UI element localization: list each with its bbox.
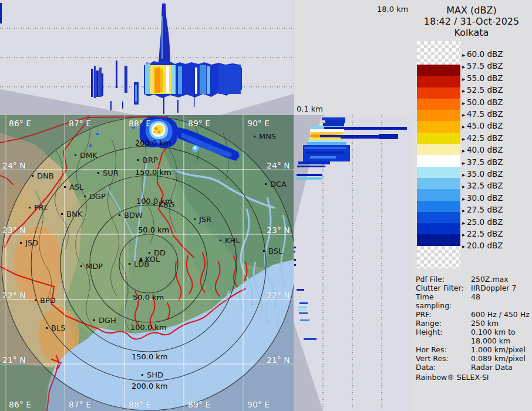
- longitude-label: 88° E: [129, 400, 151, 409]
- dbz-level-label: ▸27.5 dBZ: [462, 205, 503, 214]
- dbz-level-label: ▸50.0 dBZ: [462, 97, 503, 107]
- scale-block: [417, 223, 460, 234]
- range-ring-label: 100.0 km: [130, 323, 167, 332]
- level-text: 27.5 dBZ: [467, 205, 503, 214]
- latitude-label: 21° N: [2, 355, 26, 365]
- city-label: DGH: [99, 316, 116, 325]
- height-max-label: 18.0 km: [377, 5, 408, 14]
- metadata-value: Radar Data: [471, 363, 513, 372]
- dbz-level-label: ▸25.0 dBZ: [462, 217, 503, 227]
- metadata-row: Height:0.100 km to 18.000 km: [416, 328, 531, 345]
- metadata-value: 48: [471, 292, 480, 310]
- city-label: PRL: [34, 203, 48, 212]
- city-label: BPD: [40, 296, 56, 305]
- scale-block: [417, 234, 460, 245]
- city-dot-icon: [84, 196, 86, 197]
- legend-header: MAX (dBZ) 18:42 / 31-Oct-2025 Kolkata: [411, 5, 532, 38]
- metadata-row: Data:Radar Data: [416, 363, 531, 372]
- level-arrow-icon: ▸: [462, 63, 465, 70]
- height-min-label: 0.1 km: [297, 105, 323, 113]
- city-dot-icon: [119, 214, 120, 216]
- city-label: DCA: [270, 180, 287, 188]
- level-text: 22.5 dBZ: [467, 229, 503, 238]
- level-text: 32.5 dBZ: [467, 181, 503, 190]
- city-label: DMK: [80, 151, 97, 160]
- city-label: KRG: [159, 200, 175, 209]
- city-dot-icon: [75, 154, 76, 156]
- longitude-label: 89° E: [188, 400, 210, 409]
- level-text: 40.0 dBZ: [467, 145, 503, 154]
- color-scale: [417, 41, 460, 268]
- metadata-label: Pdf File:: [416, 275, 471, 284]
- side-cross-section-graphic: [294, 115, 411, 411]
- latitude-label: 22° N: [2, 291, 26, 300]
- city-label: JSR: [199, 215, 211, 224]
- city-dot-icon: [35, 299, 36, 301]
- scale-block-below-min: [417, 246, 460, 268]
- side-cross-section-panel: [294, 115, 411, 411]
- dbz-level-label: ▸55.0 dBZ: [462, 73, 503, 83]
- longitude-label: 90° E: [247, 400, 270, 409]
- level-text: 30.0 dBZ: [467, 193, 503, 203]
- product-metadata: Pdf File:250Z.maxClutter Filter:IIRDoppl…: [416, 275, 531, 382]
- dbz-level-label: ▸45.0 dBZ: [462, 121, 503, 130]
- latitude-label: 24° N: [2, 161, 26, 170]
- city-dot-icon: [80, 265, 82, 267]
- city-dot-icon: [93, 319, 95, 321]
- metadata-value: 0.100 km to 18.000 km: [471, 328, 516, 345]
- level-arrow-icon: ▸: [462, 147, 465, 154]
- metadata-value: 1.000 km/pixel: [471, 345, 526, 354]
- city-dot-icon: [142, 374, 143, 376]
- scale-block: [417, 65, 460, 76]
- scale-block: [417, 99, 460, 110]
- level-arrow-icon: ▸: [462, 196, 465, 202]
- range-ring-label: 50.0 km: [133, 293, 164, 302]
- city-dot-icon: [46, 327, 48, 329]
- level-text: 55.0 dBZ: [467, 73, 503, 83]
- map-label-layer: 86° E86° E87° E87° E88° E88° E89° E89° E…: [0, 115, 294, 411]
- metadata-row: Range:250 km: [416, 319, 531, 328]
- product-title: MAX (dBZ): [411, 5, 532, 16]
- level-text: 57.5 dBZ: [467, 61, 503, 70]
- city-dot-icon: [194, 218, 196, 220]
- scale-block: [417, 201, 460, 212]
- city-label: BLS: [51, 324, 65, 332]
- top-cross-section-panel: [0, 0, 294, 115]
- longitude-label: 88° E: [129, 119, 151, 128]
- metadata-row: PRF:600 Hz / 450 Hz: [416, 310, 531, 319]
- metadata-label: Data:: [416, 363, 471, 372]
- dbz-level-label: ▸20.0 dBZ: [462, 241, 503, 250]
- longitude-label: 86° E: [9, 400, 31, 409]
- city-label: MNS: [259, 132, 276, 141]
- metadata-row: Time sampling:48: [416, 292, 531, 310]
- metadata-value: 250Z.max: [471, 275, 509, 284]
- level-text: 20.0 dBZ: [467, 241, 503, 250]
- dbz-level-label: ▸30.0 dBZ: [462, 193, 503, 203]
- metadata-value: 250 km: [471, 319, 499, 328]
- metadata-value: 600 Hz / 450 Hz: [471, 310, 530, 319]
- latitude-label: 21° N: [267, 355, 290, 365]
- level-arrow-icon: ▸: [462, 243, 465, 250]
- level-arrow-icon: ▸: [462, 76, 465, 82]
- radar-map-panel: 86° E86° E87° E87° E88° E88° E89° E89° E…: [0, 115, 294, 411]
- city-dot-icon: [254, 136, 255, 137]
- dbz-level-label: ▸40.0 dBZ: [462, 145, 503, 154]
- metadata-label: Time sampling:: [416, 292, 471, 310]
- scale-block: [417, 167, 460, 178]
- dbz-level-label: ▸52.5 dBZ: [462, 85, 503, 95]
- city-dot-icon: [61, 213, 63, 215]
- city-dot-icon: [129, 263, 130, 265]
- scale-block: [417, 87, 460, 99]
- level-text: 37.5 dBZ: [467, 157, 503, 167]
- metadata-value: IIRDoppler 7: [471, 284, 516, 292]
- city-label: JSD: [25, 238, 38, 247]
- level-text: 60.0 dBZ: [467, 49, 503, 59]
- latitude-label: 23° N: [267, 225, 290, 235]
- level-arrow-icon: ▸: [462, 52, 465, 58]
- dbz-level-label: ▸22.5 dBZ: [462, 229, 503, 238]
- scale-block: [417, 133, 460, 144]
- range-ring-label: 150.0 km: [135, 168, 171, 177]
- scale-block: [417, 189, 460, 200]
- level-text: 45.0 dBZ: [467, 121, 503, 130]
- city-label: ASL: [69, 183, 83, 191]
